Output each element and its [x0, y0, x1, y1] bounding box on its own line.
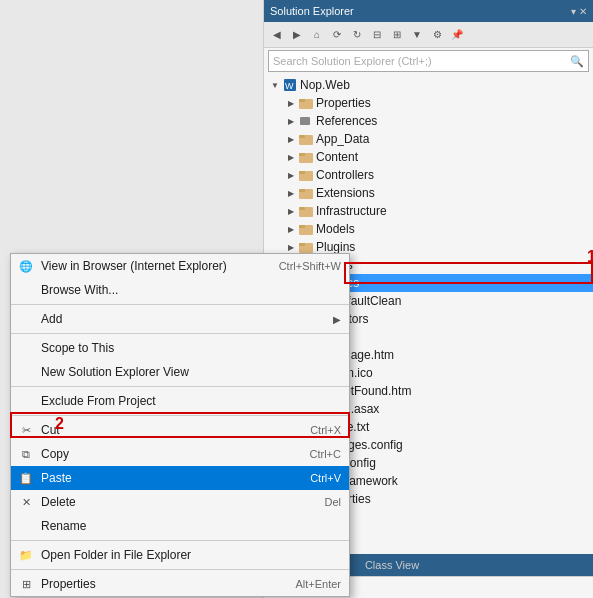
pin-toolbar-button[interactable]: 📌 [448, 26, 466, 44]
ctx-icon-paste: 📋 [17, 472, 35, 485]
tree-label-models: Models [316, 222, 355, 236]
tree-label-plugins: Plugins [316, 240, 355, 254]
svg-rect-6 [299, 135, 305, 138]
svg-rect-10 [299, 171, 305, 174]
search-placeholder: Search Solution Explorer (Ctrl+;) [273, 55, 432, 67]
tree-icon-folder [298, 221, 314, 237]
tree-arrow: ▶ [284, 153, 298, 162]
ctx-separator [11, 333, 349, 334]
ctx-label-exclude-from-project: Exclude From Project [41, 394, 341, 408]
annotation-label-2: 2 [55, 415, 64, 433]
refresh-button[interactable]: ↻ [348, 26, 366, 44]
ctx-label-rename: Rename [41, 519, 341, 533]
tree-arrow: ▶ [284, 207, 298, 216]
ctx-separator [11, 540, 349, 541]
search-icon: 🔍 [570, 55, 584, 68]
tree-label-controllers: Controllers [316, 168, 374, 182]
ctx-label-open-folder: Open Folder in File Explorer [41, 548, 341, 562]
ctx-label-paste: Paste [41, 471, 290, 485]
ctx-shortcut-properties: Alt+Enter [295, 578, 341, 590]
back-button[interactable]: ◀ [268, 26, 286, 44]
ctx-label-add: Add [41, 312, 329, 326]
ctx-separator [11, 569, 349, 570]
tree-arrow: ▼ [268, 81, 282, 90]
tree-icon-folder [298, 185, 314, 201]
collapse-button[interactable]: ⊟ [368, 26, 386, 44]
tree-arrow: ▶ [284, 189, 298, 198]
tree-item-controllers[interactable]: ▶Controllers [264, 166, 593, 184]
forward-button[interactable]: ▶ [288, 26, 306, 44]
se-toolbar: ◀ ▶ ⌂ ⟳ ↻ ⊟ ⊞ ▼ ⚙ 📌 [264, 22, 593, 48]
ctx-icon-delete: ✕ [17, 496, 35, 509]
ctx-icon-cut: ✂ [17, 424, 35, 437]
ctx-item-browse-with[interactable]: Browse With... [11, 278, 349, 302]
show-all-button[interactable]: ⊞ [388, 26, 406, 44]
ctx-item-rename[interactable]: Rename [11, 514, 349, 538]
ctx-item-scope-to-this[interactable]: Scope to This [11, 336, 349, 360]
tree-icon-folder [298, 203, 314, 219]
tree-label-content: Content [316, 150, 358, 164]
ctx-item-paste[interactable]: 📋PasteCtrl+V [11, 466, 349, 490]
tree-icon-folder [298, 131, 314, 147]
tree-item-properties[interactable]: ▶Properties [264, 94, 593, 112]
tree-label-app_data: App_Data [316, 132, 369, 146]
svg-rect-4 [300, 117, 310, 125]
ctx-item-open-folder[interactable]: 📁Open Folder in File Explorer [11, 543, 349, 567]
tree-label-infrastructure: Infrastructure [316, 204, 387, 218]
tree-item-content[interactable]: ▶Content [264, 148, 593, 166]
home-button[interactable]: ⌂ [308, 26, 326, 44]
ctx-item-delete[interactable]: ✕DeleteDel [11, 490, 349, 514]
tree-arrow: ▶ [284, 225, 298, 234]
pin-icon[interactable]: ▾ ✕ [571, 6, 587, 17]
ctx-item-copy[interactable]: ⧉CopyCtrl+C [11, 442, 349, 466]
ctx-icon-open-folder: 📁 [17, 549, 35, 562]
ctx-label-delete: Delete [41, 495, 304, 509]
tree-item-nopweb[interactable]: ▼WNop.Web [264, 76, 593, 94]
svg-rect-8 [299, 153, 305, 156]
tree-item-infrastructure[interactable]: ▶Infrastructure [264, 202, 593, 220]
solution-explorer-titlebar: Solution Explorer ▾ ✕ [264, 0, 593, 22]
filter-button[interactable]: ▼ [408, 26, 426, 44]
tree-arrow: ▶ [284, 243, 298, 252]
ctx-item-exclude-from-project[interactable]: Exclude From Project [11, 389, 349, 413]
tree-item-references[interactable]: ▶References [264, 112, 593, 130]
ctx-label-view-browser: View in Browser (Internet Explorer) [41, 259, 259, 273]
tree-icon-folder [298, 167, 314, 183]
tree-label-references: References [316, 114, 377, 128]
sync-button[interactable]: ⟳ [328, 26, 346, 44]
ctx-icon-view-browser: 🌐 [17, 260, 35, 273]
search-box[interactable]: Search Solution Explorer (Ctrl+;) 🔍 [268, 50, 589, 72]
svg-rect-16 [299, 225, 305, 228]
settings-button[interactable]: ⚙ [428, 26, 446, 44]
tree-icon-folder [298, 149, 314, 165]
ctx-label-scope-to-this: Scope to This [41, 341, 341, 355]
svg-text:W: W [285, 81, 294, 91]
ctx-shortcut-cut: Ctrl+X [310, 424, 341, 436]
svg-rect-18 [299, 243, 305, 246]
tree-arrow: ▶ [284, 135, 298, 144]
ctx-shortcut-paste: Ctrl+V [310, 472, 341, 484]
ctx-item-properties[interactable]: ⊞PropertiesAlt+Enter [11, 572, 349, 596]
tree-item-extensions[interactable]: ▶Extensions [264, 184, 593, 202]
svg-rect-12 [299, 189, 305, 192]
tree-item-app_data[interactable]: ▶App_Data [264, 130, 593, 148]
ctx-label-cut: Cut [41, 423, 290, 437]
tree-label-properties: Properties [316, 96, 371, 110]
tree-label-nopweb: Nop.Web [300, 78, 350, 92]
tree-icon-folder [298, 95, 314, 111]
tree-item-models[interactable]: ▶Models [264, 220, 593, 238]
ctx-label-copy: Copy [41, 447, 290, 461]
ctx-item-new-se-view[interactable]: New Solution Explorer View [11, 360, 349, 384]
tree-arrow: ▶ [284, 99, 298, 108]
ctx-label-browse-with: Browse With... [41, 283, 341, 297]
solution-explorer-title: Solution Explorer [270, 5, 354, 17]
ctx-item-view-browser[interactable]: 🌐View in Browser (Internet Explorer)Ctrl… [11, 254, 349, 278]
tree-icon-ref [298, 113, 314, 129]
tree-arrow: ▶ [284, 117, 298, 126]
ctx-item-add[interactable]: Add▶ [11, 307, 349, 331]
svg-rect-3 [299, 99, 305, 102]
se-tab-class-view[interactable]: Class View [355, 554, 429, 576]
svg-rect-14 [299, 207, 305, 210]
annotation-label-1: 1 [587, 248, 593, 266]
ctx-separator [11, 304, 349, 305]
